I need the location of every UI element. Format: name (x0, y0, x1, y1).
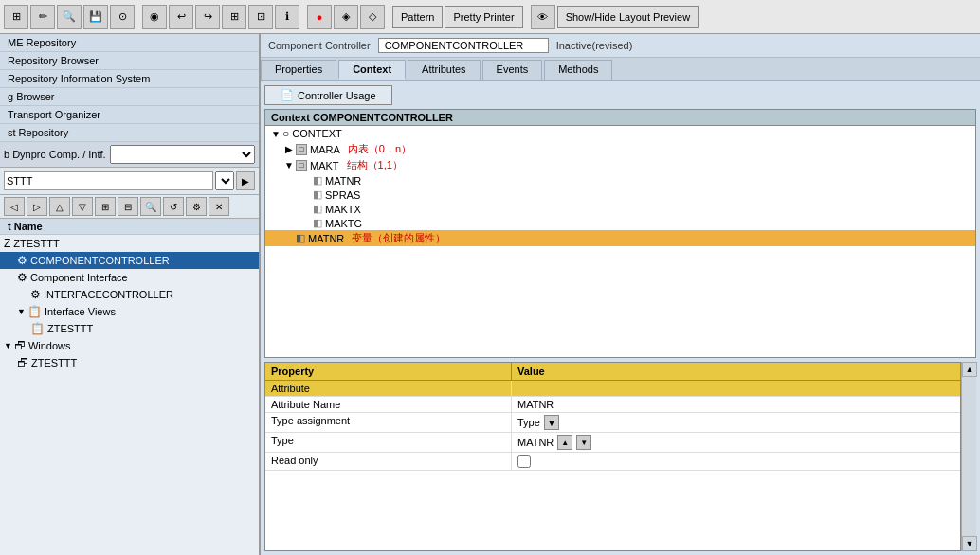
tree-item-windows[interactable]: ▼ 🗗 Windows (0, 337, 259, 354)
ctx-makt-expand[interactable]: ▼ (282, 160, 296, 170)
toolbar-btn-eye[interactable]: 👁 (531, 5, 555, 29)
left-tb-find[interactable]: 🔍 (140, 197, 161, 216)
tree-label-interface-views: Interface Views (45, 306, 116, 317)
prop-cell-read-only-value (512, 453, 960, 470)
windows-expand[interactable]: ▼ (4, 341, 12, 350)
nav-repo-browser[interactable]: Repository Browser (0, 52, 259, 70)
prop-row-read-only[interactable]: Read only (265, 453, 960, 471)
nav-repo-info[interactable]: Repository Information System (0, 70, 259, 88)
toolbar-btn-1[interactable]: ⊞ (4, 5, 28, 29)
tree-item-ztesttt2[interactable]: 📋 ZTESTTT (0, 320, 259, 337)
windows-icon: 🗗 (14, 339, 26, 352)
left-tb-close[interactable]: ✕ (209, 197, 229, 216)
componentcontroller-icon: ⚙ (17, 254, 27, 267)
tree-item-ztesttt[interactable]: Z ZTESTTT (0, 235, 259, 252)
left-tb-up[interactable]: △ (49, 197, 70, 216)
prop-header-property: Property (265, 363, 512, 380)
nav-me-repository[interactable]: ME Repository (0, 34, 259, 52)
show-hide-button[interactable]: Show/Hide Layout Preview (557, 6, 699, 28)
pretty-printer-button[interactable]: Pretty Printer (445, 6, 522, 28)
interface-views-expand[interactable]: ▼ (17, 307, 26, 316)
nav-transport[interactable]: Transport Organizer (0, 106, 259, 124)
left-tb-refresh[interactable]: ↺ (163, 197, 184, 216)
pattern-button[interactable]: Pattern (392, 6, 443, 28)
search-dropdown[interactable]: ▼ (215, 171, 234, 190)
toolbar-btn-back[interactable]: ↩ (169, 5, 193, 29)
toolbar-btn-6[interactable]: ◉ (142, 5, 167, 29)
prop-row-type[interactable]: Type MATNR ▲ ▼ (265, 433, 960, 453)
ctx-spras-icon: ◧ (313, 188, 322, 201)
toolbar-btn-layout[interactable]: ⊞ (222, 5, 246, 29)
scroll-up-btn[interactable]: ▲ (962, 362, 977, 377)
toolbar-btn-box[interactable]: ⊡ (248, 5, 273, 29)
ctx-item-maktg[interactable]: ◧ MAKTG (265, 216, 975, 230)
read-only-checkbox[interactable] (517, 455, 531, 468)
ctx-context-expand[interactable]: ▼ (269, 129, 282, 139)
left-tb-collapse[interactable]: ⊟ (118, 197, 138, 216)
scroll-down-btn[interactable]: ▼ (962, 536, 977, 551)
ctx-item-maktx[interactable]: ◧ MAKTX (265, 202, 975, 216)
toolbar-btn-info[interactable]: ℹ (275, 5, 299, 29)
tab-context[interactable]: Context (338, 60, 406, 80)
prop-cell-read-only-label: Read only (265, 453, 512, 470)
comp-interface-icon: ⚙ (17, 271, 27, 284)
dynpro-select[interactable] (110, 145, 255, 164)
search-go-btn[interactable]: ▶ (236, 171, 255, 190)
nav-g-browser[interactable]: g Browser (0, 88, 259, 106)
left-tb-down[interactable]: ▽ (72, 197, 93, 216)
tab-methods[interactable]: Methods (544, 60, 612, 80)
ctx-item-mara[interactable]: ▶ □ MARA 内表（0，n） (265, 141, 975, 157)
left-tb-forward[interactable]: ▷ (27, 197, 47, 216)
search-input[interactable] (4, 171, 213, 190)
tree-label-ztesttt3: ZTESTTT (31, 357, 77, 368)
prop-row-type-assign[interactable]: Type assignment Type ▼ (265, 413, 960, 433)
type-down-btn[interactable]: ▼ (576, 435, 591, 450)
tree-item-componentcontroller[interactable]: ⚙ COMPONENTCONTROLLER (0, 252, 259, 269)
ctx-mara-expand[interactable]: ▶ (282, 144, 296, 154)
tab-attributes[interactable]: Attributes (408, 60, 480, 80)
left-tb-back[interactable]: ◁ (4, 197, 25, 216)
tree-item-ztesttt3[interactable]: 🗗 ZTESTTT (0, 354, 259, 371)
toolbar-btn-5[interactable]: ⊙ (110, 5, 135, 29)
ctx-item-spras[interactable]: ◧ SPRAS (265, 188, 975, 202)
toolbar-btn-2[interactable]: ✏ (30, 5, 55, 29)
ctx-maktg-label: MAKTG (325, 218, 362, 229)
prop-cell-type-value: MATNR ▲ ▼ (512, 433, 960, 452)
prop-cell-attr-name-value: MATNR (512, 397, 960, 412)
prop-row-attribute[interactable]: Attribute (265, 381, 960, 397)
toolbar-btn-14[interactable]: ◇ (360, 5, 385, 29)
controller-usage-button[interactable]: 📄 Controller Usage (264, 85, 392, 105)
toolbar-btn-13[interactable]: ◈ (334, 5, 358, 29)
prop-header-value: Value (512, 363, 960, 380)
left-tb-settings[interactable]: ⚙ (186, 197, 207, 216)
toolbar-btn-stop[interactable]: ● (307, 5, 332, 29)
tab-events[interactable]: Events (482, 60, 543, 80)
toolbar-btn-4[interactable]: 💾 (83, 5, 108, 29)
ctx-item-matnr[interactable]: ◧ MATNR (265, 173, 975, 188)
type-assign-dropdown[interactable]: ▼ (544, 415, 559, 430)
tree-item-comp-interface[interactable]: ⚙ Component Interface (0, 269, 259, 286)
tree-label-ztesttt2: ZTESTTT (47, 323, 93, 334)
ctx-context-label: CONTEXT (292, 128, 342, 139)
tab-properties[interactable]: Properties (261, 60, 336, 80)
toolbar-btn-forward[interactable]: ↪ (195, 5, 220, 29)
interfacecontroller-icon: ⚙ (30, 288, 41, 301)
type-up-btn[interactable]: ▲ (557, 435, 572, 450)
ctx-item-matnr2[interactable]: ◧ MATNR 变量（创建的属性） (265, 230, 975, 246)
tree-item-interface-views[interactable]: ▼ 📋 Interface Views (0, 303, 259, 320)
left-toolbar: ◁ ▷ △ ▽ ⊞ ⊟ 🔍 ↺ ⚙ ✕ (0, 195, 259, 219)
controller-usage-row: 📄 Controller Usage (264, 85, 976, 105)
ctx-makt-annotation: 结构（1,1） (347, 158, 403, 172)
toolbar-btn-3[interactable]: 🔍 (57, 5, 82, 29)
scroll-track (962, 377, 976, 536)
prop-row-attr-name[interactable]: Attribute Name MATNR (265, 397, 960, 413)
type-text: MATNR (517, 437, 554, 448)
nav-test-repo[interactable]: st Repository (0, 124, 259, 142)
prop-cell-attribute-value (512, 381, 960, 396)
tree-label-componentcontroller: COMPONENTCONTROLLER (30, 255, 170, 266)
ctx-item-context[interactable]: ▼ ○ CONTEXT (265, 126, 975, 141)
ctx-item-makt[interactable]: ▼ □ MAKT 结构（1,1） (265, 157, 975, 173)
ctx-mara-annotation: 内表（0，n） (348, 142, 411, 156)
tree-item-interfacecontroller[interactable]: ⚙ INTERFACECONTROLLER (0, 286, 259, 303)
left-tb-expand[interactable]: ⊞ (95, 197, 116, 216)
